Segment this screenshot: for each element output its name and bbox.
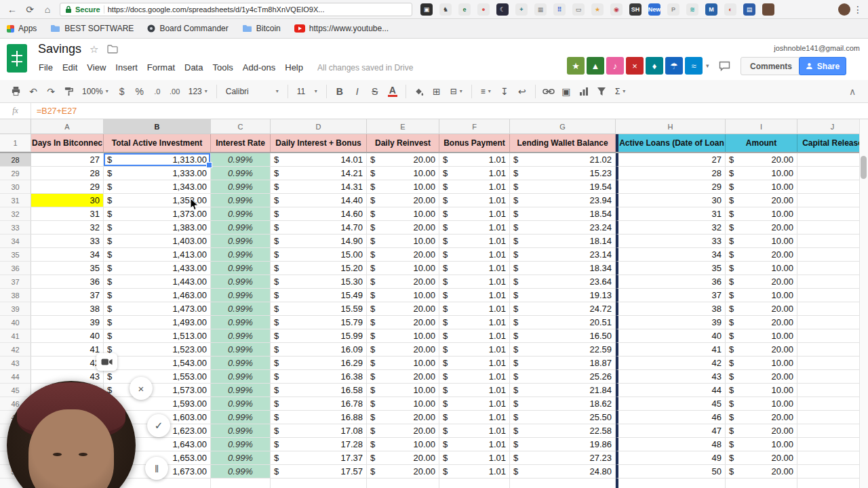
- cell-A29[interactable]: 28: [31, 167, 104, 180]
- cell-I47[interactable]: $20.00: [726, 411, 797, 424]
- cell-C45[interactable]: 0.99%: [211, 384, 271, 397]
- merge-cells-button[interactable]: ⊟▾: [446, 83, 467, 100]
- cell-A32[interactable]: 31: [31, 207, 104, 221]
- cell-H30[interactable]: 29: [616, 180, 726, 194]
- cell-G30[interactable]: $19.54: [510, 180, 616, 194]
- webcam-toggle-button[interactable]: [96, 353, 117, 371]
- bold-button[interactable]: B: [331, 83, 349, 100]
- cell-C40[interactable]: 0.99%: [211, 316, 271, 329]
- cell-J43[interactable]: [797, 357, 868, 370]
- cell-D33[interactable]: $14.70: [271, 221, 367, 235]
- cell-C43[interactable]: 0.99%: [211, 357, 271, 370]
- cell-D41[interactable]: $15.99: [271, 329, 367, 343]
- cell-F42[interactable]: $1.01: [439, 343, 510, 357]
- insert-chart-button[interactable]: [575, 83, 593, 100]
- cell[interactable]: [797, 479, 868, 488]
- cell-C36[interactable]: 0.99%: [211, 262, 271, 275]
- cell-J38[interactable]: [797, 289, 868, 302]
- cell-B35[interactable]: $1,413.00: [104, 248, 211, 262]
- horizontal-align-button[interactable]: ≡▾: [476, 83, 496, 100]
- cell-J46[interactable]: [797, 397, 868, 411]
- cell-F39[interactable]: $1.01: [439, 302, 510, 316]
- extension-icon[interactable]: SH: [629, 3, 642, 16]
- header-shortcut-icon[interactable]: ♪: [606, 57, 624, 75]
- cell-C50[interactable]: 0.99%: [211, 451, 271, 465]
- column-header-A[interactable]: A: [31, 119, 104, 134]
- cell-D37[interactable]: $15.30: [271, 275, 367, 289]
- cell-B41[interactable]: $1,513.00: [104, 329, 211, 343]
- cell-C35[interactable]: 0.99%: [211, 248, 271, 262]
- cell-F40[interactable]: $1.01: [439, 316, 510, 329]
- cell-D47[interactable]: $16.88: [271, 411, 367, 424]
- header-shortcut-icon[interactable]: ▲: [587, 57, 604, 75]
- cell-H47[interactable]: 46: [616, 411, 726, 424]
- cell[interactable]: [616, 479, 726, 488]
- cell-E34[interactable]: $10.00: [367, 235, 439, 248]
- cell-D38[interactable]: $15.49: [271, 289, 367, 302]
- recorder-close-button[interactable]: ×: [130, 377, 153, 400]
- cell-E40[interactable]: $20.00: [367, 316, 439, 329]
- menu-insert[interactable]: Insert: [111, 60, 142, 75]
- cell-C33[interactable]: 0.99%: [211, 221, 271, 235]
- row-header-42[interactable]: 42: [0, 343, 31, 357]
- cell-I35[interactable]: $20.00: [726, 248, 797, 262]
- percent-format-button[interactable]: %: [131, 83, 149, 100]
- cell-A41[interactable]: 40: [31, 329, 104, 343]
- cell-A39[interactable]: 38: [31, 302, 104, 316]
- cell-A36[interactable]: 35: [31, 262, 104, 275]
- print-button[interactable]: [7, 83, 24, 100]
- cell-E29[interactable]: $10.00: [367, 167, 439, 180]
- cell-H33[interactable]: 32: [616, 221, 726, 235]
- extension-icon[interactable]: ●: [762, 3, 774, 16]
- cell[interactable]: [510, 479, 616, 488]
- header-cell-A[interactable]: Days In Bitconnec: [31, 134, 104, 152]
- header-shortcut-icon[interactable]: ♦: [646, 57, 663, 75]
- header-shortcut-icon[interactable]: ×: [626, 57, 644, 75]
- cell-I45[interactable]: $10.00: [726, 384, 797, 397]
- cell-J49[interactable]: [797, 438, 868, 451]
- borders-button[interactable]: ⊞: [428, 83, 446, 100]
- cell-F30[interactable]: $1.01: [439, 180, 510, 194]
- cell-G40[interactable]: $20.51: [510, 316, 616, 329]
- cell-G45[interactable]: $21.84: [510, 384, 616, 397]
- cell-A30[interactable]: 29: [31, 180, 104, 194]
- cell-H50[interactable]: 49: [616, 451, 726, 465]
- filter-button[interactable]: [593, 83, 610, 100]
- comments-button[interactable]: Comments: [741, 57, 802, 75]
- cell-J50[interactable]: [797, 451, 868, 465]
- cell-J29[interactable]: [797, 167, 868, 180]
- header-shortcut-icon[interactable]: ★: [567, 57, 585, 75]
- extension-icon[interactable]: ≋: [686, 3, 698, 16]
- column-header-G[interactable]: G: [510, 119, 616, 134]
- cell-F28[interactable]: $1.01: [439, 153, 510, 167]
- menu-edit[interactable]: Edit: [58, 60, 82, 75]
- cell-H39[interactable]: 38: [616, 302, 726, 316]
- extension-icon[interactable]: ▣: [420, 3, 433, 16]
- column-header-J[interactable]: J: [797, 119, 868, 134]
- cell-H51[interactable]: 50: [616, 465, 726, 479]
- row-header-39[interactable]: 39: [0, 302, 31, 316]
- cell-F29[interactable]: $1.01: [439, 167, 510, 180]
- cell-B29[interactable]: $1,333.00: [104, 167, 211, 180]
- cell-J32[interactable]: [797, 207, 868, 221]
- cell-G44[interactable]: $25.26: [510, 370, 616, 384]
- cell-F41[interactable]: $1.01: [439, 329, 510, 343]
- cell-G38[interactable]: $19.13: [510, 289, 616, 302]
- cell-J30[interactable]: [797, 180, 868, 194]
- bookmark-board-commander[interactable]: Board Commander: [147, 24, 228, 33]
- decrease-decimal-button[interactable]: .0: [149, 83, 166, 100]
- extension-icon[interactable]: M: [705, 3, 717, 16]
- cell-G50[interactable]: $27.23: [510, 451, 616, 465]
- cell-F49[interactable]: $1.01: [439, 438, 510, 451]
- cell-H42[interactable]: 41: [616, 343, 726, 357]
- cell-G35[interactable]: $23.14: [510, 248, 616, 262]
- cell-F50[interactable]: $1.01: [439, 451, 510, 465]
- comment-bubble-icon[interactable]: [719, 61, 730, 71]
- row-header-38[interactable]: 38: [0, 289, 31, 302]
- cell-C29[interactable]: 0.99%: [211, 167, 271, 180]
- header-cell-F[interactable]: Bonus Payment: [439, 134, 510, 152]
- cell-H45[interactable]: 44: [616, 384, 726, 397]
- formula-input[interactable]: =B27+E27: [37, 103, 77, 119]
- recorder-pause-button[interactable]: ‖: [145, 457, 168, 480]
- column-header-D[interactable]: D: [271, 119, 367, 134]
